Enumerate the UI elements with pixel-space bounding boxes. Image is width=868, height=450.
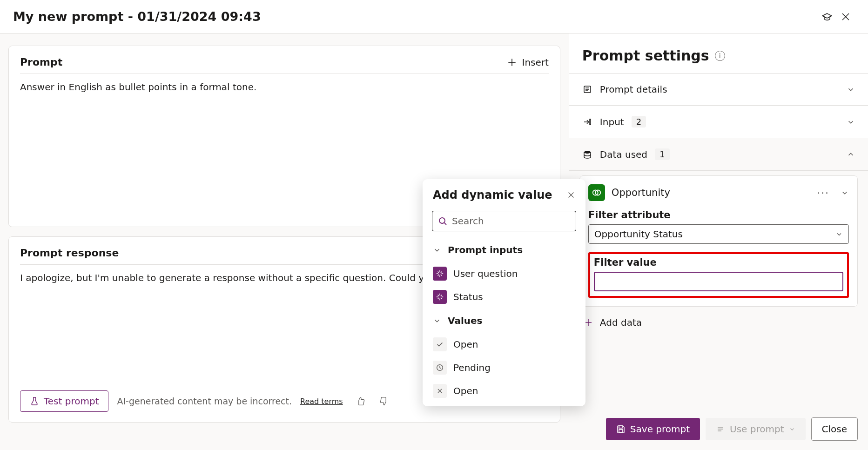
chevron-down-icon: [789, 426, 795, 432]
clock-icon: [433, 361, 447, 375]
acc-prompt-details-label: Prompt details: [600, 84, 667, 95]
group-prompt-inputs-label: Prompt inputs: [448, 244, 523, 255]
data-icon: [582, 150, 592, 159]
plus-icon: [507, 57, 517, 67]
acc-input-label: Input: [600, 116, 624, 128]
filter-value-highlight: Filter value: [588, 252, 849, 298]
use-prompt-button: Use prompt: [706, 418, 805, 440]
input-icon: [433, 267, 447, 281]
close-icon: [433, 384, 447, 398]
chevron-down-icon: [433, 316, 441, 325]
filter-value-input[interactable]: [594, 272, 843, 291]
settings-title: Prompt settings: [582, 47, 709, 64]
learn-icon[interactable]: [818, 7, 836, 26]
save-prompt-button[interactable]: Save prompt: [606, 418, 700, 440]
close-button[interactable]: Close: [811, 417, 858, 441]
close-dialog-icon[interactable]: [836, 7, 855, 26]
details-icon: [582, 85, 592, 94]
dv-item-open-1[interactable]: Open: [423, 333, 585, 356]
dv-item-status[interactable]: Status: [423, 285, 585, 309]
dialog-title: My new prompt - 01/31/2024 09:43: [13, 9, 818, 24]
svg-point-9: [584, 151, 591, 154]
filter-value-label: Filter value: [594, 257, 843, 268]
filter-attribute-label: Filter attribute: [588, 209, 849, 221]
thumbs-down-icon[interactable]: [378, 396, 390, 407]
dv-item-open-2[interactable]: Open: [423, 379, 585, 403]
chevron-down-icon: [835, 230, 843, 238]
data-used-body: Opportunity ··· Filter attribute Opportu…: [569, 170, 868, 450]
acc-input[interactable]: Input 2: [569, 105, 868, 138]
ai-disclaimer: AI-generated content may be incorrect.: [117, 396, 292, 406]
add-data-label: Add data: [600, 317, 642, 328]
flask-icon: [30, 396, 39, 406]
search-icon: [438, 216, 447, 226]
group-values[interactable]: Values: [423, 309, 585, 333]
chevron-down-icon: [847, 85, 855, 94]
filter-attribute-value: Opportunity Status: [594, 228, 683, 240]
footer-bar: Save prompt Use prompt Close: [606, 417, 858, 441]
test-prompt-label: Test prompt: [44, 396, 99, 407]
close-icon[interactable]: [567, 191, 575, 199]
dialog-header: My new prompt - 01/31/2024 09:43: [0, 0, 868, 34]
prompt-text[interactable]: Answer in English as bullet points in a …: [20, 81, 549, 93]
dv-item-user-question[interactable]: User question: [423, 262, 585, 285]
search-input[interactable]: [452, 215, 570, 227]
use-label: Use prompt: [730, 423, 784, 435]
thumbs-up-icon[interactable]: [355, 396, 366, 407]
chevron-up-icon: [847, 150, 855, 159]
read-terms-link[interactable]: Read terms: [300, 397, 343, 406]
add-data-button[interactable]: Add data: [579, 307, 858, 328]
save-label: Save prompt: [630, 423, 690, 435]
dynamic-value-popup: Add dynamic value Prompt inputs User que…: [423, 179, 585, 406]
dv-item-pending[interactable]: Pending: [423, 356, 585, 379]
dataverse-icon: [588, 184, 605, 201]
group-values-label: Values: [448, 315, 482, 326]
input-count-badge: 2: [632, 116, 646, 128]
acc-data-used-label: Data used: [600, 149, 647, 160]
opportunity-name: Opportunity: [612, 187, 806, 198]
svg-rect-21: [619, 426, 622, 428]
svg-rect-22: [619, 430, 623, 432]
search-box[interactable]: [432, 211, 576, 231]
opportunity-card: Opportunity ··· Filter attribute Opportu…: [579, 175, 858, 307]
svg-rect-8: [590, 119, 591, 125]
chevron-down-icon[interactable]: [841, 188, 849, 197]
settings-panel: Prompt settings i Prompt details Input 2: [569, 34, 868, 450]
input-icon: [433, 290, 447, 304]
info-icon[interactable]: i: [715, 51, 725, 61]
chevron-down-icon: [847, 118, 855, 126]
chevron-down-icon: [433, 246, 441, 254]
insert-button[interactable]: Insert: [507, 57, 548, 68]
filter-attribute-select[interactable]: Opportunity Status: [588, 224, 849, 244]
popup-title: Add dynamic value: [433, 188, 567, 201]
acc-prompt-details[interactable]: Prompt details: [569, 73, 868, 105]
svg-line-17: [444, 223, 446, 225]
group-prompt-inputs[interactable]: Prompt inputs: [423, 238, 585, 262]
data-used-count-badge: 1: [655, 148, 669, 160]
test-prompt-button[interactable]: Test prompt: [20, 390, 108, 412]
input-icon: [582, 117, 592, 127]
prompt-card-title: Prompt: [20, 56, 507, 68]
list-icon: [716, 424, 725, 434]
save-icon: [616, 424, 626, 434]
acc-data-used[interactable]: Data used 1: [569, 138, 868, 170]
check-icon: [433, 337, 447, 351]
svg-point-16: [439, 218, 445, 223]
insert-label: Insert: [522, 57, 548, 68]
more-icon[interactable]: ···: [812, 187, 834, 199]
